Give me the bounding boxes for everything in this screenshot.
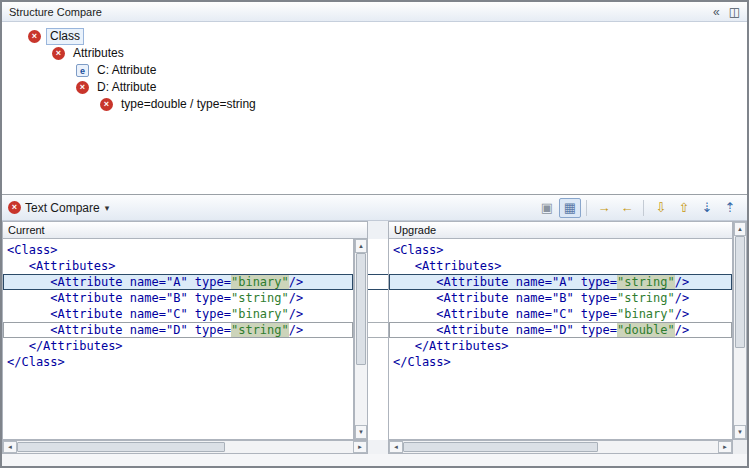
tree-item-label: type=double / type=string	[118, 97, 259, 112]
change-diff-icon: ×	[28, 30, 41, 43]
scroll-down-icon[interactable]: ▼	[734, 425, 746, 439]
view-menu-chevron-down-icon[interactable]: ▾	[105, 203, 110, 213]
code-segment: />	[675, 307, 689, 321]
scroll-right-icon[interactable]: ►	[353, 441, 367, 453]
code-segment: />	[289, 275, 303, 289]
scrollbar-thumb[interactable]	[403, 442, 598, 452]
left-horizontal-scrollbar[interactable]: ◄ ►	[2, 440, 368, 454]
code-segment: <Class>	[393, 243, 444, 257]
code-segment: "double"	[617, 323, 675, 337]
scrollbar-track[interactable]	[355, 253, 367, 425]
diff-connectors	[368, 239, 388, 440]
code-segment: <Attribute name="C" type=	[7, 307, 231, 321]
tree-item[interactable]: ×D: Attribute	[2, 79, 747, 96]
code-line: <Attribute name="C" type="binary"/>	[389, 306, 732, 322]
change-diff-icon: ×	[100, 98, 113, 111]
right-vertical-scrollbar[interactable]: ▲ ▼	[733, 221, 747, 440]
code-segment: />	[289, 291, 303, 305]
scrollbar-thumb[interactable]	[17, 442, 225, 452]
diff-connector-line	[368, 322, 388, 323]
scroll-right-icon[interactable]: ►	[718, 441, 732, 453]
copy-current-right-to-left-icon[interactable]: ←	[616, 198, 638, 218]
previous-change-icon[interactable]: ⇡	[719, 198, 741, 218]
code-segment: <Attribute name="D" type=	[393, 323, 617, 337]
right-pane-header: Upgrade	[388, 221, 733, 239]
diff-gutter	[368, 221, 388, 440]
next-change-icon[interactable]: ⇣	[696, 198, 718, 218]
text-compare-toolbar: ▣▦→←⇩⇧⇣⇡	[535, 198, 741, 218]
code-segment: <Attributes>	[393, 259, 501, 273]
tree-item[interactable]: ×Attributes	[2, 45, 747, 62]
change-diff-icon: ×	[52, 47, 65, 60]
next-difference-icon[interactable]: ⇩	[650, 198, 672, 218]
diff-connector-line	[368, 289, 388, 290]
code-line: <Attribute name="B" type="string"/>	[389, 290, 732, 306]
tree-item[interactable]: ×type=double / type=string	[2, 96, 747, 113]
text-compare-title: Text Compare	[25, 201, 100, 215]
tree-item-label: D: Attribute	[94, 80, 159, 95]
code-line: <Attribute name="B" type="string"/>	[3, 290, 353, 306]
right-code-pane[interactable]: <Class> <Attributes> <Attribute name="A"…	[388, 239, 733, 440]
scrollbar-corner	[733, 440, 747, 454]
code-segment: />	[289, 323, 303, 337]
code-segment: />	[675, 323, 689, 337]
compare-panes: Current <Class> <Attributes> <Attribute …	[2, 221, 747, 440]
toolbar-separator	[643, 200, 644, 216]
left-vertical-scrollbar[interactable]: ▲ ▼	[354, 239, 368, 440]
tree-item-label: C: Attribute	[94, 63, 159, 78]
minimize-view-icon[interactable]: ◫	[729, 5, 740, 19]
scroll-left-icon[interactable]: ◄	[389, 441, 403, 453]
collapse-all-icon[interactable]: «	[713, 5, 720, 19]
scrollbar-thumb[interactable]	[735, 236, 745, 348]
code-segment: <Attribute name="A" type=	[7, 275, 231, 289]
left-code-pane[interactable]: <Class> <Attributes> <Attribute name="A"…	[2, 239, 354, 440]
compare-editor-window: Structure Compare « ◫ ×Class×Attributese…	[0, 0, 749, 468]
scrollbar-track[interactable]	[734, 236, 746, 425]
scrollbar-gap	[368, 440, 388, 454]
code-segment: "string"	[231, 291, 289, 305]
code-line: <Attributes>	[389, 258, 732, 274]
code-line: <Attributes>	[3, 258, 353, 274]
scroll-down-icon[interactable]: ▼	[355, 425, 367, 439]
synchronized-scrolling-icon[interactable]: ▦	[559, 198, 581, 218]
previous-difference-icon[interactable]: ⇧	[673, 198, 695, 218]
code-line: <Attribute name="D" type="string"/>	[3, 322, 353, 338]
bottom-strip	[2, 454, 747, 466]
diff-connector-line	[368, 337, 388, 338]
tree-item[interactable]: eC: Attribute	[2, 62, 747, 79]
copy-current-left-to-right-icon[interactable]: →	[593, 198, 615, 218]
code-line: </Class>	[3, 354, 353, 370]
toolbar-separator	[586, 200, 587, 216]
right-horizontal-scrollbar[interactable]: ◄ ►	[388, 440, 733, 454]
code-segment: "binary"	[617, 307, 675, 321]
text-compare-header: × Text Compare ▾ ▣▦→←⇩⇧⇣⇡	[2, 194, 747, 221]
code-segment: <Attribute name="D" type=	[7, 323, 231, 337]
structure-compare-title: Structure Compare	[9, 6, 704, 18]
structure-compare-header: Structure Compare « ◫	[2, 2, 747, 22]
code-segment: </Attributes>	[7, 339, 123, 353]
scrollbar-track[interactable]	[403, 441, 718, 453]
change-diff-icon: ×	[76, 81, 89, 94]
scrollbar-thumb[interactable]	[356, 253, 366, 365]
code-segment: <Class>	[7, 243, 58, 257]
scroll-left-icon[interactable]: ◄	[3, 441, 17, 453]
scrollbar-track[interactable]	[17, 441, 353, 453]
code-segment: </Attributes>	[393, 339, 509, 353]
code-segment: "binary"	[231, 307, 289, 321]
scroll-up-icon[interactable]: ▲	[734, 222, 746, 236]
left-pane-column: Current <Class> <Attributes> <Attribute …	[2, 221, 368, 440]
code-segment: />	[289, 307, 303, 321]
right-pane-column: Upgrade <Class> <Attributes> <Attribute …	[388, 221, 733, 440]
tree-item[interactable]: ×Class	[2, 28, 747, 45]
code-line: <Attribute name="C" type="binary"/>	[3, 306, 353, 322]
code-line: <Attribute name="D" type="double"/>	[389, 322, 732, 338]
right-pane-title: Upgrade	[394, 224, 436, 236]
diff-connector-line	[368, 274, 388, 275]
copy-all-left-to-right-icon[interactable]: ▣	[536, 198, 558, 218]
code-segment: <Attribute name="C" type=	[393, 307, 617, 321]
tree-item-label: Attributes	[70, 46, 127, 61]
code-segment: </Class>	[393, 355, 451, 369]
structure-tree: ×Class×AttributeseC: Attribute×D: Attrib…	[2, 22, 747, 194]
code-segment: "string"	[231, 323, 289, 337]
scroll-up-icon[interactable]: ▲	[355, 239, 367, 253]
